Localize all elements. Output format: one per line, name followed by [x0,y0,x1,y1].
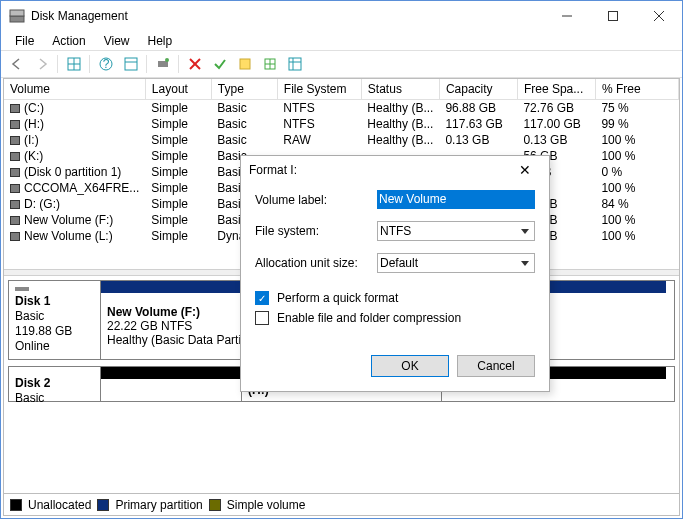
window-title: Disk Management [31,9,128,23]
volume-icon [10,216,20,225]
compression-checkbox[interactable] [255,311,269,325]
svg-rect-11 [125,58,137,70]
disk-info: Disk 2Basic [9,367,101,401]
menu-view[interactable]: View [96,33,138,49]
legend-unallocated: Unallocated [28,498,91,512]
disk-name: Disk 2 [15,376,94,390]
cancel-button[interactable]: Cancel [457,355,535,377]
svg-rect-3 [609,12,618,21]
ok-button[interactable]: OK [371,355,449,377]
help-icon[interactable]: ? [94,53,117,75]
col-fs[interactable]: File System [277,79,361,100]
volume-icon [10,120,20,129]
volume-name: (C:) [24,101,44,115]
filesystem-select[interactable]: NTFS [377,221,535,241]
quick-format-label: Perform a quick format [277,291,398,305]
volume-name: (Disk 0 partition 1) [24,165,121,179]
disk-name: Disk 1 [15,294,94,308]
quick-format-checkbox[interactable]: ✓ [255,291,269,305]
volume-name: (K:) [24,149,43,163]
allocation-label: Allocation unit size: [255,256,367,270]
volume-label-label: Volume label: [255,193,367,207]
menu-action[interactable]: Action [44,33,93,49]
legend-swatch-primary [97,499,109,511]
volume-name: (I:) [24,133,39,147]
grid-icon[interactable] [62,53,85,75]
new-icon[interactable] [233,53,256,75]
legend-swatch-simple [209,499,221,511]
disk-icon [15,287,29,291]
svg-point-14 [165,58,169,62]
col-free[interactable]: Free Spa... [517,79,595,100]
col-status[interactable]: Status [361,79,439,100]
volume-name: New Volume (L:) [24,229,113,243]
col-pct[interactable]: % Free [595,79,678,100]
filesystem-label: File system: [255,224,367,238]
partition[interactable] [101,367,241,401]
volume-icon [10,200,20,209]
compression-label: Enable file and folder compression [277,311,461,325]
legend: Unallocated Primary partition Simple vol… [4,493,679,515]
dialog-titlebar[interactable]: Format I: ✕ [241,156,549,184]
volume-icon [10,152,20,161]
menubar: File Action View Help [1,31,682,50]
disk-info: Disk 1Basic119.88 GBOnline [9,281,101,359]
volume-icon [10,232,20,241]
volume-name: (H:) [24,117,44,131]
settings-icon[interactable] [151,53,174,75]
volume-icon [10,104,20,113]
forward-icon[interactable] [30,53,53,75]
col-capacity[interactable]: Capacity [439,79,517,100]
volume-name: New Volume (F:) [24,213,113,227]
legend-primary: Primary partition [115,498,202,512]
layout-icon[interactable] [119,53,142,75]
svg-rect-0 [10,16,24,22]
properties-icon[interactable] [283,53,306,75]
legend-simple: Simple volume [227,498,306,512]
volume-label-input[interactable] [377,190,535,209]
back-icon[interactable] [5,53,28,75]
volume-icon [10,168,20,177]
svg-text:?: ? [102,57,109,71]
svg-rect-19 [289,58,301,70]
volume-icon [10,136,20,145]
svg-rect-1 [10,10,24,16]
toolbar: ? [1,50,682,78]
menu-file[interactable]: File [7,33,42,49]
refresh-icon[interactable] [258,53,281,75]
volume-name: CCCOMA_X64FRE... [24,181,139,195]
close-button[interactable] [636,1,682,31]
col-volume[interactable]: Volume [4,79,145,100]
minimize-button[interactable] [544,1,590,31]
dialog-close-icon[interactable]: ✕ [509,162,541,178]
volume-name: D: (G:) [24,197,60,211]
volume-icon [10,184,20,193]
table-row[interactable]: (I:)SimpleBasicRAWHealthy (B...0.13 GB0.… [4,132,679,148]
table-row[interactable]: (H:)SimpleBasicNTFSHealthy (B...117.63 G… [4,116,679,132]
legend-swatch-unallocated [10,499,22,511]
titlebar[interactable]: Disk Management [1,1,682,31]
format-dialog: Format I: ✕ Volume label: File system: N… [240,155,550,392]
menu-help[interactable]: Help [140,33,181,49]
svg-rect-17 [240,59,250,69]
app-icon [9,8,25,24]
delete-icon[interactable] [183,53,206,75]
maximize-button[interactable] [590,1,636,31]
table-row[interactable]: (C:)SimpleBasicNTFSHealthy (B...96.88 GB… [4,100,679,117]
col-type[interactable]: Type [211,79,277,100]
check-icon[interactable] [208,53,231,75]
col-layout[interactable]: Layout [145,79,211,100]
allocation-select[interactable]: Default [377,253,535,273]
dialog-title: Format I: [249,163,509,177]
